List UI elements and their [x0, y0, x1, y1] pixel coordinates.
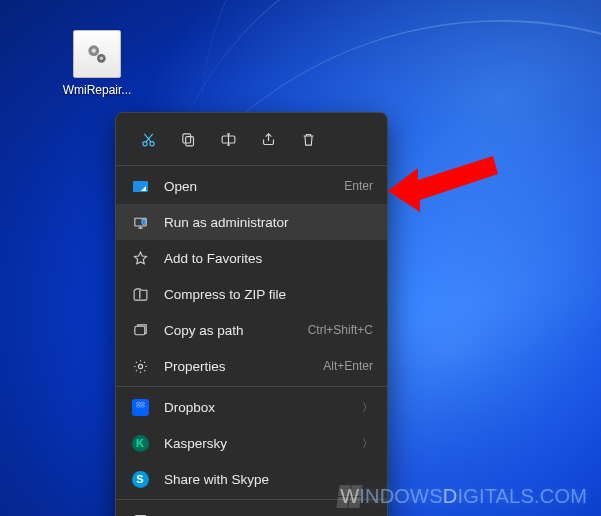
menu-item-copy-path[interactable]: Copy as path Ctrl+Shift+C: [116, 312, 387, 348]
dropbox-icon: [130, 397, 150, 417]
shortcut-hint: Alt+Enter: [323, 359, 373, 373]
svg-point-3: [100, 57, 103, 60]
svg-rect-7: [182, 133, 190, 142]
zip-icon: [130, 284, 150, 304]
open-icon: [130, 176, 150, 196]
menu-item-properties[interactable]: Properties Alt+Enter: [116, 348, 387, 384]
delete-icon: [300, 131, 317, 148]
svg-point-11: [138, 364, 142, 368]
menu-label: Compress to ZIP file: [164, 287, 373, 302]
more-options-icon: [130, 510, 150, 516]
menu-label: Open: [164, 179, 344, 194]
chevron-right-icon: 〉: [362, 436, 373, 451]
cut-icon: [140, 131, 157, 148]
rename-icon: [220, 131, 237, 148]
copy-path-icon: [130, 320, 150, 340]
skype-icon: S: [130, 469, 150, 489]
delete-button[interactable]: [290, 123, 326, 155]
menu-item-compress[interactable]: Compress to ZIP file: [116, 276, 387, 312]
menu-label: Run as administrator: [164, 215, 373, 230]
desktop-background: WmiRepair... Open Enter: [0, 0, 601, 516]
menu-label: Dropbox: [164, 400, 362, 415]
menu-item-dropbox[interactable]: Dropbox 〉: [116, 389, 387, 425]
share-icon: [260, 131, 277, 148]
rename-button[interactable]: [210, 123, 246, 155]
context-menu: Open Enter Run as administrator Add to F…: [115, 112, 388, 516]
svg-rect-10: [134, 326, 144, 335]
menu-label: Properties: [164, 359, 323, 374]
copy-icon: [180, 131, 197, 148]
menu-label: Add to Favorites: [164, 251, 373, 266]
shortcut-hint: Enter: [344, 179, 373, 193]
separator: [116, 165, 387, 166]
shield-icon: [130, 212, 150, 232]
shortcut-hint: Ctrl+Shift+C: [308, 323, 373, 337]
quick-actions-row: [116, 119, 387, 163]
menu-item-open[interactable]: Open Enter: [116, 168, 387, 204]
share-button[interactable]: [250, 123, 286, 155]
star-icon: [130, 248, 150, 268]
menu-label: Show more options: [164, 513, 373, 517]
menu-label: Copy as path: [164, 323, 308, 338]
menu-item-favorites[interactable]: Add to Favorites: [116, 240, 387, 276]
svg-point-1: [92, 49, 96, 53]
menu-item-kaspersky[interactable]: K Kaspersky 〉: [116, 425, 387, 461]
bat-file-icon: [73, 30, 121, 78]
kaspersky-icon: K: [130, 433, 150, 453]
menu-item-run-admin[interactable]: Run as administrator: [116, 204, 387, 240]
watermark-text: WINDOWSDIGITALS.COM: [340, 485, 587, 508]
menu-label: Kaspersky: [164, 436, 362, 451]
cut-button[interactable]: [130, 123, 166, 155]
svg-rect-6: [185, 136, 193, 145]
chevron-right-icon: 〉: [362, 400, 373, 415]
desktop-file-icon[interactable]: WmiRepair...: [58, 30, 136, 97]
copy-button[interactable]: [170, 123, 206, 155]
properties-icon: [130, 356, 150, 376]
desktop-file-label: WmiRepair...: [58, 83, 136, 97]
separator: [116, 386, 387, 387]
